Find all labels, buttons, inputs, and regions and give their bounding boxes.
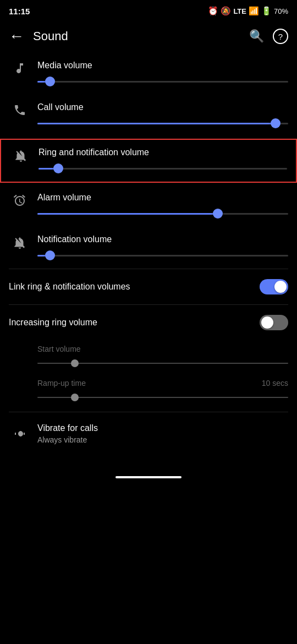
notification-volume-item: Notification volume [0,227,297,269]
music-icon [9,61,31,75]
media-volume-item: Media volume [0,53,297,95]
header-actions: 🔍 ? [249,29,288,44]
link-ring-notification-label: Link ring & notification volumes [9,282,253,292]
bell-slash-icon [10,148,32,163]
ramp-up-time-label: Ramp-up time [37,379,86,388]
settings-list: Media volume Call volume [0,53,297,455]
alarm-volume-slider[interactable] [37,208,288,219]
silent-icon: 🔕 [221,6,231,16]
ring-notification-volume-item: Ring and notification volume [0,139,297,183]
start-volume-slider[interactable] [37,358,288,369]
phone-icon [9,102,31,117]
link-ring-notification-row[interactable]: Link ring & notification volumes [0,269,297,304]
ring-notification-content: Ring and notification volume [38,148,287,174]
battery-icon: 🔋 [261,6,272,16]
alarm-icon: ⏰ [208,6,218,16]
notification-volume-content: Notification volume [37,234,288,261]
call-volume-content: Call volume [37,102,288,129]
help-button[interactable]: ? [273,29,288,44]
notification-volume-label: Notification volume [37,234,288,244]
media-volume-slider[interactable] [37,76,288,87]
vibrate-for-calls-label: Vibrate for calls [37,423,98,433]
start-volume-item: Start volume [37,342,288,371]
increasing-ring-row[interactable]: Increasing ring volume [0,305,297,340]
ring-notification-slider[interactable] [38,163,287,174]
status-icons: ⏰ 🔕 LTE 📶 🔋 70% [208,6,288,16]
back-button[interactable]: ← [9,28,24,45]
status-bar: 11:15 ⏰ 🔕 LTE 📶 🔋 70% [0,0,297,20]
lte-icon: LTE [233,7,246,15]
call-volume-label: Call volume [37,102,288,112]
vibrate-for-calls-text: Vibrate for calls Always vibrate [37,423,98,444]
vibrate-for-calls-item[interactable]: Vibrate for calls Always vibrate [0,412,297,455]
link-ring-notification-toggle[interactable] [260,279,288,294]
ramp-up-time-value: 10 secs [262,379,288,388]
vibrate-for-calls-sublabel: Always vibrate [37,435,98,444]
toggle-thumb [274,281,287,293]
status-time: 11:15 [9,7,30,16]
ring-notification-label: Ring and notification volume [38,148,287,157]
battery-level: 70% [274,7,288,15]
increasing-ring-text: Increasing ring volume [9,318,260,328]
header: ← Sound 🔍 ? [0,20,297,53]
call-volume-slider[interactable] [37,118,288,129]
alarm-volume-content: Alarm volume [37,193,288,219]
ramp-up-time-slider[interactable] [37,392,288,403]
start-volume-section: Start volume Ramp-up time 10 secs [0,340,297,405]
alarm-clock-icon [9,193,31,207]
media-volume-label: Media volume [37,61,288,70]
search-button[interactable]: 🔍 [249,29,264,43]
increasing-ring-toggle[interactable] [260,315,288,330]
nav-bar [0,472,297,487]
vibrate-icon [9,427,31,441]
media-volume-content: Media volume [37,61,288,87]
increasing-ring-label: Increasing ring volume [9,318,253,328]
alarm-volume-label: Alarm volume [37,193,288,203]
link-ring-notification-text: Link ring & notification volumes [9,282,260,292]
home-indicator [116,476,182,478]
toggle-thumb-2 [261,316,273,329]
call-volume-item: Call volume [0,95,297,137]
alarm-volume-item: Alarm volume [0,185,297,227]
start-volume-label: Start volume [37,345,288,353]
page-title: Sound [33,29,249,43]
signal-icon: 📶 [249,6,259,16]
notification-bell-slash-icon [9,234,31,250]
notification-volume-slider[interactable] [37,250,288,261]
ramp-up-time-item: Ramp-up time 10 secs [37,373,288,405]
ramp-up-time-row: Ramp-up time 10 secs [37,379,288,392]
